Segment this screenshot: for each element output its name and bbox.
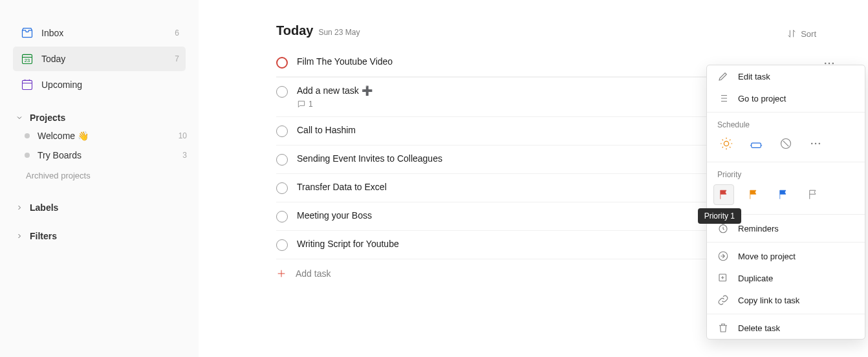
task-title: Sending Event Invites to Colleagues [297, 153, 442, 164]
nav-label: Upcoming [41, 80, 179, 90]
chevron-down-icon [13, 114, 26, 122]
priority-2-button[interactable] [743, 184, 764, 205]
nav-label: Inbox [41, 28, 175, 38]
menu-copy-link[interactable]: Copy link to task [707, 289, 865, 311]
priority-4-button[interactable] [803, 184, 823, 205]
arrow-right-circle-icon [717, 250, 729, 262]
sort-button[interactable]: Sort [787, 28, 816, 39]
svg-rect-7 [752, 143, 761, 147]
schedule-tomorrow-button[interactable] [747, 135, 765, 153]
project-dot-icon [25, 133, 30, 138]
menu-duplicate[interactable]: Duplicate [707, 267, 865, 289]
projects-header[interactable]: Projects [0, 98, 199, 127]
menu-delete-task[interactable]: Delete task [707, 317, 865, 339]
menu-separator [707, 242, 865, 243]
task-checkbox[interactable] [276, 154, 288, 166]
task-title: Meeting your Boss [297, 210, 372, 221]
task-context-menu: Edit task Go to project Schedule Priorit… [706, 65, 865, 340]
menu-separator [707, 314, 865, 314]
clock-icon [717, 222, 729, 234]
task-checkbox[interactable] [276, 239, 288, 251]
plus-icon [276, 268, 287, 279]
chevron-right-icon [13, 204, 26, 211]
task-checkbox[interactable] [276, 211, 288, 222]
schedule-today-button[interactable] [717, 135, 735, 153]
project-dot-icon [25, 153, 30, 158]
today-icon: 23 [19, 51, 35, 67]
priority-tooltip: Priority 1 [698, 208, 741, 224]
nav-upcoming[interactable]: Upcoming [13, 72, 186, 97]
archived-projects[interactable]: Archived projects [0, 166, 199, 180]
schedule-nodate-button[interactable] [777, 135, 795, 153]
list-icon [717, 92, 729, 104]
svg-rect-2 [23, 80, 32, 89]
menu-schedule-row [707, 132, 865, 159]
svg-point-3 [825, 63, 827, 65]
nav-today[interactable]: 23 Today 7 [13, 47, 186, 71]
upcoming-icon [19, 77, 35, 92]
page-subtitle: Sun 23 May [318, 28, 360, 37]
menu-move-to-project[interactable]: Move to project [707, 245, 865, 267]
labels-header[interactable]: Labels [0, 180, 199, 217]
project-count: 10 [179, 131, 187, 140]
menu-go-to-project[interactable]: Go to project [707, 87, 865, 109]
labels-header-label: Labels [30, 202, 58, 213]
project-label: Welcome👋 [38, 131, 179, 141]
svg-point-5 [832, 63, 834, 65]
task-title: Call to Hashim [297, 125, 356, 135]
task-checkbox[interactable] [276, 86, 288, 98]
priority-1-button[interactable] [713, 184, 734, 205]
page-title: Today [276, 23, 313, 38]
menu-priority-label: Priority [707, 165, 865, 182]
nav-inbox[interactable]: Inbox 6 [13, 21, 186, 45]
task-title: Transfer Data to Excel [297, 182, 387, 192]
menu-priority-row [707, 182, 865, 211]
projects-header-label: Projects [30, 113, 65, 123]
chevron-right-icon [13, 232, 26, 240]
project-welcome[interactable]: Welcome👋 10 [18, 127, 193, 145]
svg-point-11 [819, 143, 821, 145]
svg-point-6 [724, 141, 728, 146]
task-checkbox[interactable] [276, 125, 288, 137]
task-title: Writing Script for Youtube [297, 239, 399, 249]
menu-edit-task[interactable]: Edit task [707, 65, 865, 87]
duplicate-icon [717, 272, 729, 284]
svg-point-9 [811, 143, 813, 145]
sort-label: Sort [801, 29, 816, 39]
menu-schedule-label: Schedule [707, 115, 865, 132]
filters-header[interactable]: Filters [0, 217, 199, 245]
project-label: Try Boards [38, 150, 182, 160]
svg-point-10 [815, 143, 817, 145]
inbox-icon [19, 25, 35, 41]
task-title: Film The Youtube Video [297, 56, 393, 67]
schedule-more-button[interactable] [807, 135, 825, 153]
sort-icon [787, 28, 797, 39]
priority-3-button[interactable] [773, 184, 794, 205]
add-task-label: Add task [296, 268, 331, 279]
trash-icon [717, 322, 729, 334]
nav-count: 7 [175, 54, 179, 63]
filters-header-label: Filters [30, 231, 57, 241]
pencil-icon [717, 70, 729, 82]
menu-separator [707, 162, 865, 162]
task-checkbox[interactable] [276, 57, 288, 69]
link-icon [717, 294, 729, 306]
svg-text:23: 23 [25, 58, 30, 63]
menu-separator [707, 112, 865, 113]
task-checkbox[interactable] [276, 182, 288, 194]
nav-count: 6 [175, 28, 179, 38]
project-try-boards[interactable]: Try Boards 3 [18, 146, 193, 164]
project-count: 3 [182, 151, 187, 160]
svg-point-4 [829, 63, 830, 65]
nav-label: Today [41, 54, 175, 64]
sidebar: Inbox 6 23 Today 7 Upcoming [0, 0, 199, 357]
